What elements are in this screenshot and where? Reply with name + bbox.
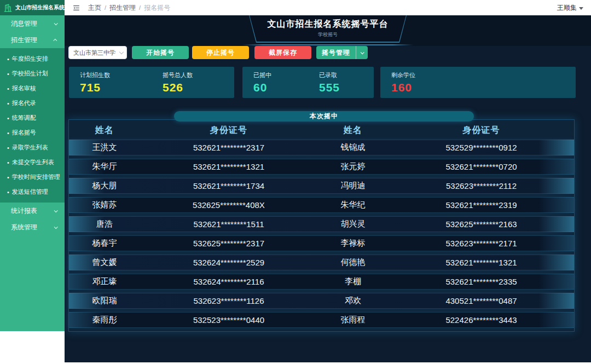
sidebar-item-3[interactable]: •报名代录 — [0, 96, 65, 111]
stat-label: 剩余学位 — [391, 71, 576, 79]
column-header-1: 身份证号 — [140, 125, 317, 136]
sidebar-item-label: 学校招生计划 — [12, 70, 48, 78]
sidebar-item-5[interactable]: •报名摇号 — [0, 125, 65, 140]
student-id: 532529********0912 — [389, 143, 574, 152]
school-select-value: 文山市第三中学 — [73, 49, 120, 57]
stat-value: 715 — [80, 81, 152, 94]
student-id: 532621********2319 — [389, 200, 574, 210]
breadcrumb-item-0[interactable]: 主页 — [88, 3, 101, 13]
chevron-down-icon — [579, 7, 583, 10]
bullet-icon: • — [7, 130, 9, 136]
fold-menu-icon[interactable] — [72, 4, 80, 11]
sidebar-item-7[interactable]: •未提交学生列表 — [0, 155, 65, 170]
user-name: 王顺集 — [557, 3, 577, 13]
sidebar-section-3[interactable]: 系统管理 — [0, 219, 65, 235]
start-lottery-button[interactable]: 开始摇号 — [132, 46, 189, 59]
breadcrumb: 主页/招生管理/报名摇号 — [88, 3, 170, 13]
sidebar-item-4[interactable]: •统筹调配 — [0, 111, 65, 125]
bullet-icon: • — [7, 145, 9, 151]
student-name: 钱锦成 — [317, 142, 389, 153]
bullet-icon: • — [7, 189, 9, 195]
breadcrumb-separator: / — [105, 4, 106, 11]
student-name: 李禄标 — [317, 238, 389, 249]
student-id: 522426********3443 — [389, 315, 574, 325]
student-name: 胡兴灵 — [317, 219, 389, 229]
sidebar-item-label: 学校时间安排管理 — [12, 173, 60, 181]
student-id: 532621********1321 — [140, 162, 317, 171]
stat-value: 526 — [163, 81, 234, 94]
stats-row: 计划招生数715摇号总人数526已摇中60已录取555剩余学位160 — [65, 67, 591, 98]
sidebar-item-8[interactable]: •学校时间安排管理 — [0, 170, 65, 184]
breadcrumb-separator: / — [139, 4, 141, 11]
breadcrumb-item-2: 报名摇号 — [144, 3, 170, 13]
student-name: 邓欢 — [317, 296, 389, 306]
sidebar-section-1[interactable]: 招生管理 — [0, 32, 65, 48]
sidebar-menu: 消息管理招生管理•年度招生安排•学校招生计划•报名审核•报名代录•统筹调配•报名… — [0, 15, 65, 235]
sidebar-section-label: 统计报表 — [11, 206, 54, 216]
table-row: 王洪文532621********2317钱锦成532529********09… — [69, 140, 574, 155]
student-name: 李棚 — [317, 276, 389, 287]
sidebar-submenu: •年度招生安排•学校招生计划•报名审核•报名代录•统筹调配•报名摇号•录取学生列… — [0, 48, 65, 203]
sidebar-item-label: 发送短信管理 — [12, 188, 48, 196]
student-name: 张雨程 — [317, 315, 389, 325]
chevron-down-icon — [54, 209, 58, 212]
stat-label: 计划招生数 — [80, 71, 152, 79]
student-id: 532621********2317 — [140, 143, 317, 152]
table-row: 唐浩532621********1511胡兴灵532625********216… — [69, 216, 574, 232]
sidebar-item-2[interactable]: •报名审核 — [0, 81, 65, 96]
student-name: 唐浩 — [69, 219, 140, 229]
platform-banner: 文山市招生报名系统摇号平台 学校摇号 — [249, 15, 407, 43]
sidebar-item-1[interactable]: •学校招生计划 — [0, 66, 65, 81]
app-logo[interactable]: 文山市招生报名系统 — [0, 0, 65, 15]
bullet-icon: • — [7, 56, 9, 62]
stat-value: 555 — [319, 81, 374, 94]
sidebar-section-2[interactable]: 统计报表 — [0, 203, 65, 219]
bullet-icon: • — [7, 174, 9, 181]
building-icon — [3, 3, 13, 13]
chevron-up-icon — [53, 38, 57, 42]
table-header-row: 姓名身份证号姓名身份证号 — [69, 122, 574, 140]
chevron-down-icon — [119, 49, 124, 54]
sidebar-item-6[interactable]: •录取学生列表 — [0, 140, 65, 155]
table-title: 本次摇中 — [310, 112, 338, 121]
screenshot-save-button[interactable]: 截屏保存 — [254, 46, 311, 59]
student-name: 杨春宇 — [69, 238, 140, 249]
controls-row: 文山市第三中学 开始摇号停止摇号截屏保存摇号管理 — [65, 46, 591, 59]
student-name: 朱华纪 — [317, 200, 389, 210]
student-id: 532621********1321 — [389, 258, 574, 267]
student-id: 532624********2529 — [140, 258, 317, 267]
banner-underline — [242, 44, 413, 45]
sidebar-section-label: 消息管理 — [11, 19, 54, 28]
stop-lottery-button[interactable]: 停止摇号 — [192, 46, 249, 59]
student-name: 秦雨彤 — [69, 315, 140, 325]
student-id: 532625********2317 — [140, 239, 317, 248]
sidebar-item-0[interactable]: •年度招生安排 — [0, 51, 65, 66]
lottery-manage-label: 摇号管理 — [316, 46, 356, 59]
column-header-0: 姓名 — [69, 125, 140, 136]
student-name: 杨大朋 — [69, 181, 140, 191]
bullet-icon: • — [7, 115, 9, 122]
lottery-table: 姓名身份证号姓名身份证号 王洪文532621********2317钱锦成532… — [68, 119, 575, 332]
stat-item: 已录取555 — [308, 71, 374, 94]
sidebar-item-label: 统筹调配 — [12, 114, 36, 122]
student-id: 532625********2163 — [389, 219, 574, 229]
student-id: 532623********2171 — [389, 239, 574, 248]
user-menu[interactable]: 王顺集 — [557, 3, 583, 13]
student-name: 何德艳 — [317, 257, 389, 268]
stat-label: 摇号总人数 — [163, 71, 234, 79]
topbar: 主页/招生管理/报名摇号 王顺集 — [65, 0, 591, 15]
column-header-2: 姓名 — [317, 125, 389, 136]
student-id: 532623********1126 — [140, 296, 317, 305]
breadcrumb-item-1[interactable]: 招生管理 — [109, 3, 136, 13]
bullet-icon: • — [7, 159, 9, 166]
chevron-down-icon — [361, 50, 364, 54]
bullet-icon: • — [7, 85, 9, 92]
lottery-manage-dropdown[interactable] — [356, 46, 368, 59]
stat-item: 摇号总人数526 — [152, 71, 234, 94]
sidebar-section-0[interactable]: 消息管理 — [0, 15, 65, 32]
sidebar-item-9[interactable]: •发送短信管理 — [0, 184, 65, 199]
sidebar-section-label: 系统管理 — [11, 223, 54, 232]
school-select[interactable]: 文山市第三中学 — [68, 46, 127, 59]
lottery-manage-button[interactable]: 摇号管理 — [316, 46, 368, 59]
stat-card-1: 已摇中60已录取555 — [242, 67, 374, 98]
